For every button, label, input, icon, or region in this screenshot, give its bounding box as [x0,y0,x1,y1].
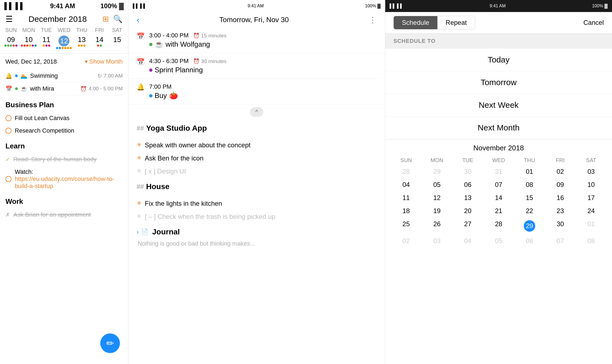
event-mira[interactable]: 📅 ☕ with Mira ⏰ 4:00 - 5:00 PM [5,82,123,95]
mini-day-16[interactable]: 16 [545,191,576,204]
event-sprint[interactable]: 📅 4:30 - 6:30 PM ⏰ 30 minutes Sprint Pla… [128,53,385,79]
task-watch-label: Watch: https://eu.udacity.com/course/how… [15,168,123,190]
mini-day-19[interactable]: 19 [422,204,452,217]
day-number-09: 09 [2,35,20,44]
mini-day-01-next[interactable]: 01 [576,217,607,234]
task-research-competition[interactable]: Research Competition [5,124,123,137]
mini-day-18[interactable]: 18 [391,204,422,217]
task-speak-owner[interactable]: ✳ Speak with owner about the concept [128,139,385,152]
mini-day-06-next[interactable]: 06 [514,234,545,247]
repeat-icon: ↻ [98,73,102,79]
mini-day-29[interactable]: 29 [514,217,545,234]
mini-day-21[interactable]: 21 [483,204,514,217]
task-fill-lean-canvas[interactable]: Fill out Lean Canvas [5,112,123,124]
dot [7,44,9,47]
mini-day-20[interactable]: 20 [452,204,483,217]
business-plan-title: Business Plan [5,101,123,109]
schedule-button[interactable]: Schedule [394,16,437,29]
event-swimming[interactable]: 🔔 🏊 Swimming ↻ 7:00 AM [5,70,123,82]
mini-weekday-tue: TUE [452,156,483,165]
strikethrough-icon: ✗ [5,211,10,218]
fab-button[interactable]: ✏ [100,333,120,353]
mini-day-08[interactable]: 08 [514,178,545,191]
day-dots-13 [73,44,91,48]
mini-day-25[interactable]: 25 [391,217,422,234]
mini-day-11[interactable]: 11 [391,191,422,204]
day-dots-15 [108,44,126,48]
show-month-button[interactable]: ▾ Show Month [85,58,123,65]
reminder-buy[interactable]: 🔔 7:00 PM Buy 🍅 [128,79,385,105]
cancel-button[interactable]: Cancel [583,19,604,26]
mini-day-06[interactable]: 06 [452,178,483,191]
mini-day-28[interactable]: 28 [483,217,514,234]
task-ask-brian[interactable]: ✗ Ask Brian for an appointment [5,208,123,221]
mini-day-12[interactable]: 12 [422,191,452,204]
grid-view-button[interactable]: ⊞ [102,14,109,23]
calendar-day-14[interactable]: 14 [91,34,108,51]
more-button[interactable]: ⋮ [369,15,377,25]
mini-day-15[interactable]: 15 [514,191,545,204]
mini-day-26[interactable]: 26 [422,217,452,234]
mini-day-14[interactable]: 14 [483,191,514,204]
task-fix-lights[interactable]: ✳ Fix the lights in the kitchen [128,197,385,210]
mini-day-24[interactable]: 24 [576,204,607,217]
mini-day-27[interactable]: 27 [452,217,483,234]
task-ask-ben[interactable]: ✳ Ask Ben for the icon [128,152,385,165]
show-month-label: Show Month [89,58,123,65]
mini-day-02-next[interactable]: 02 [391,234,422,247]
alarm-icon: ⏰ [80,86,87,92]
mini-day-03-next[interactable]: 03 [422,234,452,247]
calendar-day-11[interactable]: 11 [37,34,55,51]
mini-day-10[interactable]: 10 [576,178,607,191]
mini-day-05[interactable]: 05 [422,178,452,191]
mini-day-04[interactable]: 04 [391,178,422,191]
mini-weekday-sat: SAT [576,156,607,165]
journal-arrow: › [137,228,139,236]
calendar-day-10[interactable]: 10 [20,34,38,51]
mini-day-07-next[interactable]: 07 [545,234,576,247]
status-bar-3: ▌▌ ▌▌ 9:41 AM 100% ▓ [385,0,612,12]
mini-day-04-next[interactable]: 04 [452,234,483,247]
mini-day-30[interactable]: 30 [545,217,576,234]
mini-day-22[interactable]: 22 [514,204,545,217]
repeat-button[interactable]: Repeat [437,16,475,29]
task-check-trash[interactable]: ✳ [ – ] Check when the trash is being pi… [128,210,385,223]
mini-day-29-prev[interactable]: 29 [422,165,452,178]
mini-day-03[interactable]: 03 [576,165,607,178]
mini-day-17[interactable]: 17 [576,191,607,204]
udacity-link[interactable]: https://eu.udacity.com/course/how-to-bui… [15,175,114,189]
mini-cal-week-3: 11 12 13 14 15 16 17 [391,191,607,204]
mini-day-13[interactable]: 13 [452,191,483,204]
option-next-month[interactable]: Next Month [385,117,612,139]
mini-day-07[interactable]: 07 [483,178,514,191]
mini-day-23[interactable]: 23 [545,204,576,217]
day-dots-12 [55,47,73,50]
mini-day-01[interactable]: 01 [514,165,545,178]
calendar-day-09[interactable]: 09 [2,34,20,51]
mini-day-28-prev[interactable]: 28 [391,165,422,178]
collapse-button[interactable]: ^ [250,107,263,117]
option-today[interactable]: Today [385,49,612,71]
task-design-ui[interactable]: ✳ [ x ] Design UI [128,165,385,178]
mini-day-30-prev[interactable]: 30 [452,165,483,178]
calendar-day-13[interactable]: 13 [73,34,91,51]
mini-day-08-next[interactable]: 08 [576,234,607,247]
mini-cal-week-5: 25 26 27 28 29 30 01 [391,217,607,234]
mini-day-02[interactable]: 02 [545,165,576,178]
option-next-week[interactable]: Next Week [385,94,612,117]
mini-day-31-prev[interactable]: 31 [483,165,514,178]
calendar-day-15[interactable]: 15 [108,34,126,51]
mini-day-09[interactable]: 09 [545,178,576,191]
task-watch-udacity[interactable]: Watch: https://eu.udacity.com/course/how… [5,166,123,192]
task-read-story[interactable]: ✓ Read: Story of the human body [5,153,123,166]
search-button[interactable]: 🔍 [113,14,123,23]
calendar-day-12[interactable]: 12 [55,34,73,51]
mini-day-05-next[interactable]: 05 [483,234,514,247]
event-wolfgang[interactable]: 📅 3:00 - 4:00 PM ⏰ 15 minutes ☕ with Wol… [128,28,385,53]
hamburger-button[interactable]: ☰ [5,14,13,24]
work-title: Work [5,197,123,206]
back-button[interactable]: ‹ [137,15,140,25]
option-tomorrow[interactable]: Tomorrow [385,71,612,94]
event-wolfgang-alarm: ⏰ 15 minutes [193,32,226,39]
task-ask-brian-label: Ask Brian for an appointment [13,211,91,218]
